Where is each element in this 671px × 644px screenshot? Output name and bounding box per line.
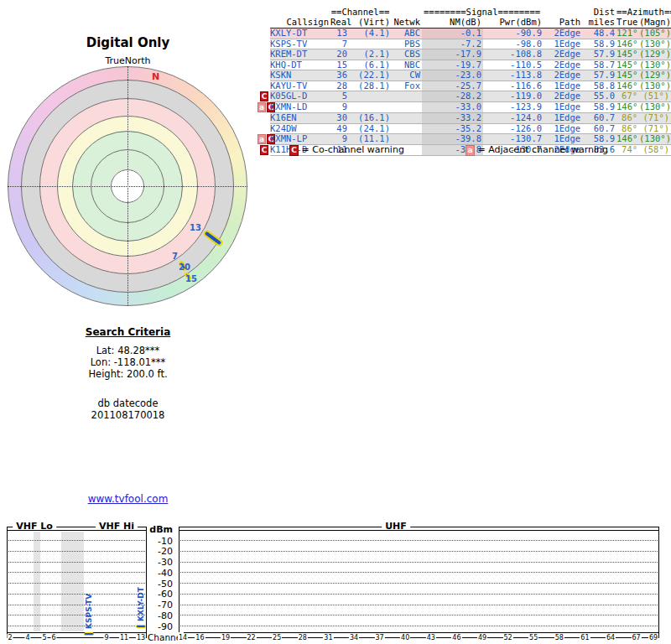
table-group-header-row: ==Channel== ========Signal======== Dist …: [257, 8, 671, 18]
cell-path: 2Edge: [544, 91, 582, 102]
signal-group-header: ========Signal========: [422, 8, 544, 18]
cell-magn_az: (129°): [639, 70, 671, 81]
cell-virt: (4.1): [349, 29, 392, 39]
cell-netwk: [392, 102, 422, 113]
uhf-panel: [179, 530, 659, 633]
cell-pwr: -90.9: [483, 29, 544, 39]
cell-magn_az: (130°): [639, 60, 671, 70]
cell-callsign: K05GL-D: [270, 91, 330, 102]
radar-plot: N 13 7 20 15: [8, 66, 247, 306]
cell-miles: 58.8: [582, 80, 616, 91]
col-header-callsign: Callsign: [270, 18, 330, 29]
table-row: KREM-DT20(2.1)CBS-17.9-108.82Edge57.9145…: [257, 49, 671, 60]
x-axis-tick-label: 37: [375, 634, 385, 641]
cell-true_az: 146°: [616, 39, 639, 49]
adjacent-channel-legend: a = Adjacent channel warning: [465, 144, 608, 156]
adjacent-channel-legend-text: = Adjacent channel warning: [478, 144, 609, 155]
tvfool-link[interactable]: www.tvfool.com: [0, 493, 256, 505]
col-header-pwr: Pwr(dBm): [483, 18, 544, 29]
cell-real: 13: [330, 29, 349, 39]
cell-real: 9: [330, 102, 349, 113]
cell-true_az: 145°: [616, 49, 639, 60]
cell-path: 2Edge: [544, 49, 582, 60]
cell-true_az: 121°: [616, 29, 639, 39]
warning-cell: [257, 113, 270, 124]
gridline: [180, 551, 658, 552]
cell-path: 1Edge: [544, 39, 582, 49]
cell-virt: [349, 102, 392, 113]
cell-path: 1Edge: [544, 123, 582, 134]
table-row: aCKXMN-LD9-33.0-123.91Edge58.9146°(130°): [257, 102, 671, 113]
radar-marker-label-ch13: 13: [190, 223, 201, 232]
cell-netwk: Fox: [392, 80, 422, 91]
cell-miles: 57.9: [582, 70, 616, 81]
x-axis-tick-label: 31: [323, 634, 333, 641]
signal-label-ksps-tv: KSPS-TV: [85, 589, 94, 629]
cell-netwk: [392, 91, 422, 102]
cell-callsign: K16EN: [270, 113, 330, 124]
cell-nm: -33.0: [422, 102, 483, 113]
x-axis-tick-label: 61: [580, 634, 590, 641]
radar-marker-label-ch20: 20: [179, 262, 190, 272]
cell-real: 30: [330, 113, 349, 124]
cell-virt: (24.1): [349, 123, 392, 134]
cell-callsign: KXMN-LP: [270, 134, 330, 145]
x-axis-tick-label: 55: [528, 634, 538, 641]
non-tv-spectrum-band: [34, 532, 40, 631]
radar-marker-label-ch15: 15: [185, 274, 197, 283]
gridline: [180, 605, 658, 605]
cell-callsign: KHQ-DT: [270, 60, 330, 70]
cell-miles: 58.9: [582, 102, 616, 113]
non-tv-spectrum-band: [61, 532, 84, 631]
adjacent-channel-warning-icon: a: [466, 145, 475, 156]
cell-virt: (11.1): [349, 134, 392, 145]
col-header-true: True: [616, 18, 639, 29]
radar-title: Digital Only: [0, 35, 256, 50]
gridline: [8, 562, 145, 563]
x-axis-tick-label: 6: [50, 634, 56, 641]
latitude-value: Lat: 48.28***: [0, 345, 256, 356]
cell-netwk: [392, 123, 422, 134]
gridline: [180, 615, 658, 615]
gridline: [180, 626, 658, 626]
col-header-path: Path: [544, 18, 582, 29]
cell-callsign: KXLY-DT: [270, 29, 330, 39]
x-axis-tick-label: 25: [272, 634, 282, 641]
adjacent-channel-warning-icon: a: [257, 102, 266, 112]
cell-path: 2Edge: [544, 60, 582, 70]
cell-true_az: 86°: [616, 113, 639, 124]
cell-virt: (22.1): [349, 70, 392, 81]
col-header-nm: NM(dB): [422, 18, 483, 29]
cell-netwk: CBS: [392, 49, 422, 60]
x-axis-tick-label: 19: [221, 634, 231, 641]
x-axis-tick-label: 49: [477, 634, 487, 641]
cell-netwk: [392, 134, 422, 145]
x-axis-tick-label: 46: [451, 634, 461, 641]
cell-pwr: -108.8: [483, 49, 544, 60]
radar-crosshair-horizontal: [8, 186, 247, 187]
x-axis-tick-label: 14: [178, 634, 188, 641]
longitude-value: Lon: -118.01***: [0, 356, 256, 368]
co-channel-warning-icon: C: [260, 145, 268, 155]
cell-netwk: CW: [392, 70, 422, 81]
warning-cell: C: [257, 91, 270, 102]
cell-nm: -28.2: [422, 91, 483, 102]
col-header-netwk: Netwk: [392, 18, 422, 29]
cell-magn_az: (71°): [639, 123, 671, 134]
x-axis-tick-label: 69: [648, 634, 658, 641]
cell-netwk: [392, 113, 422, 124]
x-axis-tick-label: 43: [426, 634, 436, 641]
x-axis-tick-label: 58: [554, 634, 564, 641]
signal-table-grid: ==Channel== ========Signal======== Dist …: [257, 8, 671, 156]
azimuth-group-header: ==Azimuth==: [616, 8, 671, 18]
y-axis-tick-label: -30: [141, 557, 173, 568]
warning-cell: [257, 39, 270, 49]
cell-path: 1Edge: [544, 113, 582, 124]
x-axis-tick-label: 9: [103, 634, 109, 641]
co-channel-legend-text: = Co-channel warning: [302, 144, 404, 155]
search-criteria-heading: Search Criteria: [0, 326, 256, 338]
gridline: [8, 626, 145, 626]
cell-magn_az: (105°): [639, 29, 671, 39]
cell-true_az: 74°: [616, 145, 639, 156]
x-axis-tick-label: 40: [400, 634, 410, 641]
